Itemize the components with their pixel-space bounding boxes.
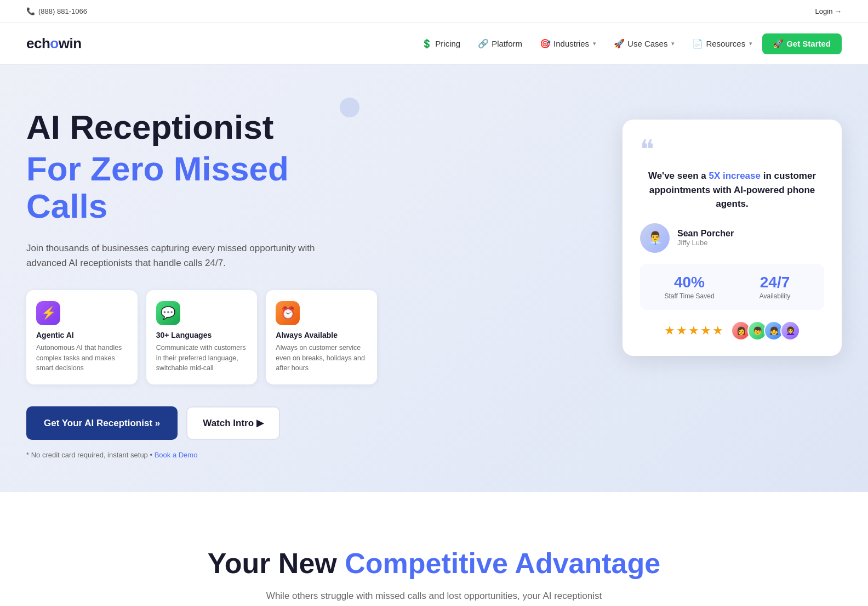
rocket-icon: 🚀 bbox=[773, 39, 784, 49]
reviewer-avatar-4: 👩‍🦱 bbox=[780, 321, 800, 341]
nav-item-use-cases: 🚀 Use Cases ▾ bbox=[606, 34, 682, 53]
industries-icon: 🎯 bbox=[540, 38, 551, 49]
stat-availability: 24/7 Availability bbox=[739, 274, 811, 300]
testimonial-author: 👨‍💼 Sean Porcher Jiffy Lube bbox=[640, 223, 824, 253]
nav-item-get-started: 🚀 Get Started bbox=[762, 33, 842, 54]
quote-mark: ❝ bbox=[640, 139, 824, 160]
nav-item-platform: 🔗 Platform bbox=[470, 34, 530, 53]
competitive-advantage-section: Your New Competitive Advantage While oth… bbox=[0, 492, 868, 606]
nav-link-pricing[interactable]: 💲 Pricing bbox=[414, 34, 468, 53]
pricing-icon: 💲 bbox=[421, 38, 432, 49]
nav-link-platform[interactable]: 🔗 Platform bbox=[470, 34, 530, 53]
feature-card-agentic-ai: ⚡ Agentic AI Autonomous AI that handles … bbox=[26, 290, 138, 384]
main-nav: echowin 💲 Pricing 🔗 Platform 🎯 Industrie… bbox=[0, 23, 868, 65]
stats-row: 40% Staff Time Saved 24/7 Availability bbox=[640, 264, 824, 310]
reviewer-avatars: 👩 👦 👧 👩‍🦱 bbox=[731, 321, 800, 341]
decorative-circle bbox=[340, 98, 359, 117]
languages-icon: 💬 bbox=[156, 301, 180, 325]
chevron-down-icon-2: ▾ bbox=[671, 40, 675, 47]
feature-card-languages: 💬 30+ Languages Communicate with custome… bbox=[146, 290, 258, 384]
platform-icon: 🔗 bbox=[478, 38, 489, 49]
competitive-advantage-description: While others struggle with missed calls … bbox=[264, 588, 604, 606]
use-cases-icon: 🚀 bbox=[614, 38, 625, 49]
get-started-button[interactable]: 🚀 Get Started bbox=[762, 33, 842, 54]
watch-intro-button[interactable]: Watch Intro ▶ bbox=[186, 406, 280, 440]
get-receptionist-button[interactable]: Get Your AI Receptionist » bbox=[26, 406, 178, 440]
testimonial-text: We've seen a 5X increase in customer app… bbox=[640, 169, 824, 211]
hero-content-left: AI Receptionist For Zero Missed Calls Jo… bbox=[26, 109, 377, 459]
cta-buttons: Get Your AI Receptionist » Watch Intro ▶ bbox=[26, 406, 377, 440]
ratings-row: ★★★★★ 👩 👦 👧 👩‍🦱 bbox=[640, 321, 824, 341]
testimonial-card: ❝ We've seen a 5X increase in customer a… bbox=[623, 120, 842, 356]
hero-title-line1: AI Receptionist bbox=[26, 109, 377, 146]
chevron-down-icon: ▾ bbox=[593, 40, 596, 47]
hero-description: Join thousands of businesses capturing e… bbox=[26, 241, 333, 270]
nav-link-industries[interactable]: 🎯 Industries ▾ bbox=[532, 34, 604, 53]
nav-item-pricing: 💲 Pricing bbox=[414, 34, 468, 53]
feature-card-always-available: ⏰ Always Available Always on customer se… bbox=[266, 290, 377, 384]
nav-link-use-cases[interactable]: 🚀 Use Cases ▾ bbox=[606, 34, 682, 53]
login-link[interactable]: Login → bbox=[815, 7, 842, 15]
always-available-icon: ⏰ bbox=[276, 301, 300, 325]
nav-link-resources[interactable]: 📄 Resources ▾ bbox=[684, 34, 760, 53]
top-bar: 📞 (888) 881-1066 Login → bbox=[0, 0, 868, 23]
hero-title-line2: For Zero Missed Calls bbox=[26, 150, 377, 225]
agentic-ai-icon: ⚡ bbox=[36, 301, 60, 325]
phone-number: 📞 (888) 881-1066 bbox=[26, 7, 87, 15]
logo[interactable]: echowin bbox=[26, 35, 82, 52]
feature-cards: ⚡ Agentic AI Autonomous AI that handles … bbox=[26, 290, 377, 384]
no-cc-notice: * No credit card required, instant setup… bbox=[26, 451, 377, 459]
nav-item-industries: 🎯 Industries ▾ bbox=[532, 34, 604, 53]
star-rating: ★★★★★ bbox=[664, 324, 724, 338]
book-demo-link[interactable]: Book a Demo bbox=[155, 451, 198, 459]
stat-staff-time: 40% Staff Time Saved bbox=[653, 274, 726, 300]
avatar: 👨‍💼 bbox=[640, 223, 670, 253]
phone-icon: 📞 bbox=[26, 7, 35, 15]
hero-right: ❝ We've seen a 5X increase in customer a… bbox=[623, 109, 842, 356]
nav-links: 💲 Pricing 🔗 Platform 🎯 Industries ▾ 🚀 Us… bbox=[414, 33, 842, 54]
competitive-advantage-title: Your New Competitive Advantage bbox=[26, 547, 842, 580]
nav-item-resources: 📄 Resources ▾ bbox=[684, 34, 760, 53]
hero-section: AI Receptionist For Zero Missed Calls Jo… bbox=[0, 65, 868, 492]
author-info: Sean Porcher Jiffy Lube bbox=[677, 229, 734, 247]
resources-icon: 📄 bbox=[692, 38, 703, 49]
chevron-down-icon-3: ▾ bbox=[749, 40, 752, 47]
